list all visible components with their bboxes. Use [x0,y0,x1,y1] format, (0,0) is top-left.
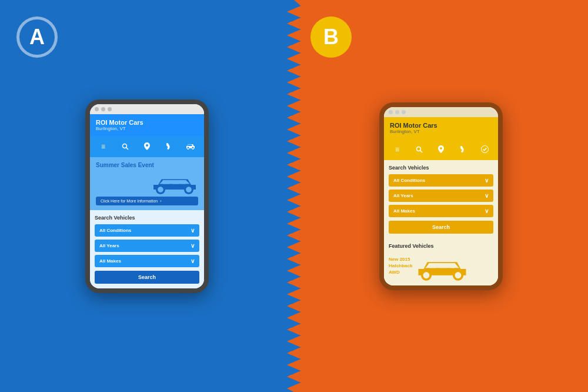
dealer-location-b: Burlington, VT [390,129,492,134]
chevron-years-b: ∨ [485,192,489,199]
phone-dots-b [384,107,498,117]
dot3b [402,110,406,114]
nav-search-icon-b[interactable] [412,142,426,157]
phone-a: ROI Motor Cars Burlington, VT ≡ [85,99,209,293]
featured-section-b: Featured Vehicles New 2015 Hatchback AWD [384,238,498,285]
dropdown-years-a[interactable]: All Years ∨ [95,240,199,252]
dealer-location-a: Burlington, VT [96,126,198,131]
nav-location-icon-b[interactable] [434,142,448,157]
svg-point-5 [416,147,420,151]
svg-rect-3 [172,180,179,184]
zigzag-divider [287,0,301,392]
svg-rect-4 [181,180,186,184]
banner-car-svg-a [151,171,198,194]
nav-phone-icon[interactable] [162,139,176,154]
nav-phone-icon-b[interactable] [456,142,470,157]
banner-btn-a[interactable]: Click Here for More Information › [96,197,198,205]
phone-nav-b: ≡ [384,139,498,160]
dropdown-conditions-b[interactable]: All Conditions ∨ [389,174,493,187]
banner-car-a [96,171,198,194]
banner-title-a: Summer Sales Event [96,162,154,168]
nav-menu-icon-b[interactable]: ≡ [390,142,405,157]
phone-screen-a: ROI Motor Cars Burlington, VT ≡ [90,104,204,288]
phone-dots-a [90,104,204,114]
chevron-makes-b: ∨ [485,208,489,214]
search-section-b: Search Vehicles All Conditions ∨ All Yea… [384,160,498,238]
nav-car-icon[interactable] [183,139,198,154]
dot2b [395,110,399,114]
nav-search-icon[interactable] [118,139,132,154]
panel-a: A ROI Motor Cars Burlington, VT ≡ [0,0,294,392]
dropdown-conditions-a[interactable]: All Conditions ∨ [95,224,199,237]
chevron-makes-a: ∨ [191,258,195,264]
featured-title-b: Featured Vehicles [389,243,493,249]
badge-b: B [310,16,352,58]
dropdown-years-b[interactable]: All Years ∨ [389,190,493,202]
featured-car-text-b: New 2015 Hatchback AWD [389,256,412,276]
phone-screen-b: ROI Motor Cars Burlington, VT ≡ [384,107,498,285]
search-section-a: Search Vehicles All Conditions ∨ All Yea… [90,210,204,288]
search-button-b[interactable]: Search [389,221,493,234]
dot1 [95,107,99,111]
svg-point-0 [122,144,126,148]
phone-banner-a: Summer Sales Event Click Here for More I… [90,157,204,210]
phone-b: ROI Motor Cars Burlington, VT ≡ [379,102,503,290]
svg-rect-9 [439,263,447,268]
svg-line-6 [420,150,422,152]
chevron-conditions-a: ∨ [191,227,195,234]
nav-menu-icon[interactable]: ≡ [96,139,111,154]
dealer-name-a: ROI Motor Cars [96,119,198,126]
svg-rect-2 [162,180,170,184]
nav-check-icon-b[interactable] [477,142,492,157]
phone-nav-a: ≡ [90,136,204,157]
svg-rect-10 [449,263,456,268]
dot1b [389,110,393,114]
panel-b: B ROI Motor Cars Burlington, VT ≡ [294,0,588,392]
svg-rect-8 [429,263,437,268]
search-button-a[interactable]: Search [95,271,199,284]
featured-car-row-b: New 2015 Hatchback AWD [389,251,493,281]
chevron-years-a: ∨ [191,242,195,249]
phone-header-b: ROI Motor Cars Burlington, VT [384,117,498,139]
dot2 [101,107,105,111]
svg-line-1 [126,147,128,150]
chevron-conditions-b: ∨ [485,177,489,184]
phone-header-a: ROI Motor Cars Burlington, VT [90,114,204,136]
featured-car-svg-b [416,251,469,281]
search-title-b: Search Vehicles [389,165,493,171]
search-title-a: Search Vehicles [95,215,199,221]
badge-a: A [16,16,58,58]
dealer-name-b: ROI Motor Cars [390,122,492,129]
dropdown-makes-a[interactable]: All Makes ∨ [95,255,199,267]
nav-location-icon[interactable] [140,139,154,154]
dropdown-makes-b[interactable]: All Makes ∨ [389,205,493,217]
dot3 [108,107,112,111]
